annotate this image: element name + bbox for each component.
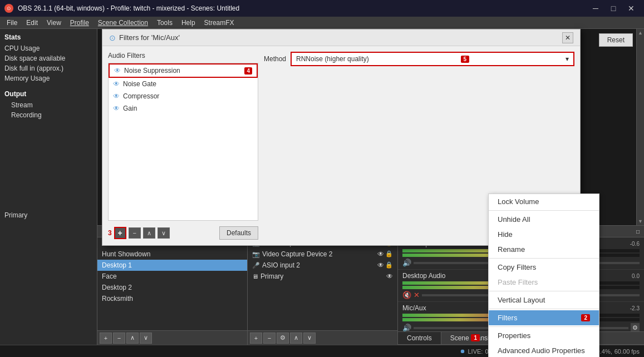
method-label: Method: [264, 55, 286, 63]
stats-header: Stats: [0, 31, 97, 43]
sidebar-memory[interactable]: Memory Usage: [0, 73, 97, 83]
filter-dialog-titlebar: ⊙ Filters for 'Mic/Aux' ✕: [102, 29, 580, 46]
source-item-2[interactable]: 🎤 ASIO input 2 👁 🔒: [248, 260, 397, 271]
filter-dialog-title: ⊙ Filters for 'Mic/Aux': [109, 33, 180, 42]
scenes-footer: + − ∧ ∨: [97, 330, 247, 345]
filter-item-noise-gate[interactable]: 👁 Noise Gate: [109, 78, 258, 90]
filter-remove-btn[interactable]: −: [129, 227, 141, 239]
ctx-rename[interactable]: Rename: [489, 242, 599, 257]
preview-scrollbar[interactable]: ▲ ▼: [636, 29, 644, 225]
badge-1: 1: [471, 334, 480, 341]
mixer-mute-mic[interactable]: 🔊: [402, 324, 411, 331]
source-controls-2: 👁 🔒: [377, 261, 393, 269]
filter-up-btn[interactable]: ∧: [143, 227, 155, 239]
ctx-lock-volume[interactable]: Lock Volume: [489, 194, 599, 209]
badge-2: 2: [581, 314, 590, 321]
minimize-button[interactable]: ─: [587, 0, 604, 17]
mixer-track-db-mic: -2.3: [630, 305, 640, 311]
ctx-copy-filters[interactable]: Copy Filters: [489, 260, 599, 275]
defaults-button[interactable]: Defaults: [219, 226, 258, 240]
menu-scene-collection[interactable]: Scene Collection: [94, 17, 153, 29]
scene-item-rocksmith[interactable]: Rocksmith: [97, 293, 247, 304]
ctx-unhide-all[interactable]: Unhide All: [489, 212, 599, 227]
mixer-mute-asio[interactable]: 🔊: [402, 259, 411, 267]
source-item-1[interactable]: 📷 Video Capture Device 2 👁 🔒: [248, 249, 397, 260]
ctx-filters[interactable]: Filters 2: [489, 310, 599, 325]
scenes-down-btn[interactable]: ∨: [140, 333, 152, 344]
eye-icon-3[interactable]: 👁: [386, 272, 393, 280]
ctx-advanced-audio[interactable]: Advanced Audio Properties: [489, 343, 599, 357]
sidebar-disk-space[interactable]: Disk space available: [0, 53, 97, 63]
mixer-mute-desktop[interactable]: 🔇: [402, 291, 411, 299]
sources-settings-btn[interactable]: ⚙: [277, 333, 289, 344]
filter-down-btn[interactable]: ∨: [158, 227, 170, 239]
scenes-add-btn[interactable]: +: [100, 333, 112, 344]
source-controls-3: 👁: [386, 272, 393, 280]
scene-item-hunt[interactable]: Hunt Showdown: [97, 249, 247, 260]
method-dropdown[interactable]: RNNoise (higher quality) 5 ▾: [291, 52, 574, 66]
source-icon-1: 📷: [252, 251, 260, 258]
sources-remove-btn[interactable]: −: [263, 333, 276, 344]
filter-item-gain[interactable]: 👁 Gain: [109, 102, 258, 115]
sidebar-recording[interactable]: Recording: [0, 110, 97, 120]
window-title: OBS 26.1.1 (64-bit, windows) - Profile: …: [18, 4, 239, 12]
filter-dialog-left: Audio Filters 👁 Noise Suppression 4 👁 No…: [108, 52, 258, 240]
filter-dialog-close[interactable]: ✕: [562, 32, 573, 43]
lock-icon-1[interactable]: 🔒: [385, 250, 393, 258]
mixer-track-name-desktop: Desktop Audio: [402, 272, 445, 280]
method-row: Method RNNoise (higher quality) 5 ▾: [264, 52, 574, 66]
mixer-extra-desktop[interactable]: ✕: [414, 291, 420, 299]
mixer-settings-mic[interactable]: ⚙: [631, 323, 640, 331]
scene-item-desktop2[interactable]: Desktop 2: [97, 282, 247, 293]
app-icon: ⊙: [4, 4, 13, 13]
scenes-up-btn[interactable]: ∧: [126, 333, 139, 344]
ctx-divider-5: [489, 326, 599, 327]
reset-button[interactable]: Reset: [599, 33, 633, 47]
sources-down-btn[interactable]: ∨: [303, 333, 316, 344]
menu-profile[interactable]: Profile: [66, 17, 94, 29]
filter-eye-icon-2[interactable]: 👁: [113, 92, 120, 100]
menu-streamfx[interactable]: StreamFX: [200, 17, 239, 29]
ctx-vertical-layout[interactable]: Vertical Layout: [489, 292, 599, 308]
sources-add-btn[interactable]: +: [250, 333, 262, 344]
scene-item-face[interactable]: Face: [97, 271, 247, 282]
scenes-remove-btn[interactable]: −: [113, 333, 125, 344]
mixer-track-db-asio: -0.6: [630, 241, 640, 247]
mixer-track-db-desktop: 0.0: [632, 273, 640, 279]
source-item-3[interactable]: 🖥 Primary 👁: [248, 271, 397, 282]
context-menu: Lock Volume Unhide All Hide Rename Copy …: [488, 194, 599, 357]
filter-eye-icon-1[interactable]: 👁: [113, 80, 120, 88]
filter-eye-icon-3[interactable]: 👁: [113, 105, 120, 112]
mixer-track-name-mic: Mic/Aux: [402, 304, 426, 312]
filter-item-compressor[interactable]: 👁 Compressor: [109, 90, 258, 102]
ctx-properties[interactable]: Properties: [489, 328, 599, 343]
sidebar-cpu-usage[interactable]: CPU Usage: [0, 43, 97, 53]
sidebar-stream[interactable]: Stream: [0, 100, 97, 110]
filter-list: 👁 Noise Suppression 4 👁 Noise Gate 👁 Com…: [108, 63, 258, 221]
menu-help[interactable]: Help: [177, 17, 200, 29]
filter-add-btn[interactable]: +: [114, 227, 126, 239]
tab-controls[interactable]: Controls: [398, 332, 441, 344]
eye-icon-2[interactable]: 👁: [377, 261, 384, 269]
filter-item-noise-suppression[interactable]: 👁 Noise Suppression 4: [109, 63, 258, 78]
live-label: LIVE:: [468, 348, 483, 355]
ctx-hide[interactable]: Hide: [489, 227, 599, 242]
maximize-button[interactable]: □: [605, 0, 622, 17]
ctx-paste-filters: Paste Filters: [489, 275, 599, 290]
filter-eye-icon-0[interactable]: 👁: [114, 67, 121, 75]
close-button[interactable]: ✕: [623, 0, 640, 17]
sources-up-btn[interactable]: ∧: [290, 333, 302, 344]
sidebar-disk-full[interactable]: Disk full in (approx.): [0, 63, 97, 73]
fps-value: 60.00 fps: [614, 348, 640, 355]
filter-footer: 3 + − ∧ ∨ Defaults: [108, 224, 258, 240]
reset-area: Reset: [599, 33, 633, 47]
window-controls: ─ □ ✕: [587, 0, 640, 17]
lock-icon-2[interactable]: 🔒: [385, 261, 393, 269]
menu-file[interactable]: File: [2, 17, 22, 29]
eye-icon-1[interactable]: 👁: [377, 250, 384, 258]
menu-tools[interactable]: Tools: [153, 17, 177, 29]
menu-edit[interactable]: Edit: [22, 17, 42, 29]
scene-item-desktop1[interactable]: Desktop 1: [97, 260, 247, 271]
badge-5: 5: [461, 56, 470, 63]
menu-view[interactable]: View: [42, 17, 66, 29]
